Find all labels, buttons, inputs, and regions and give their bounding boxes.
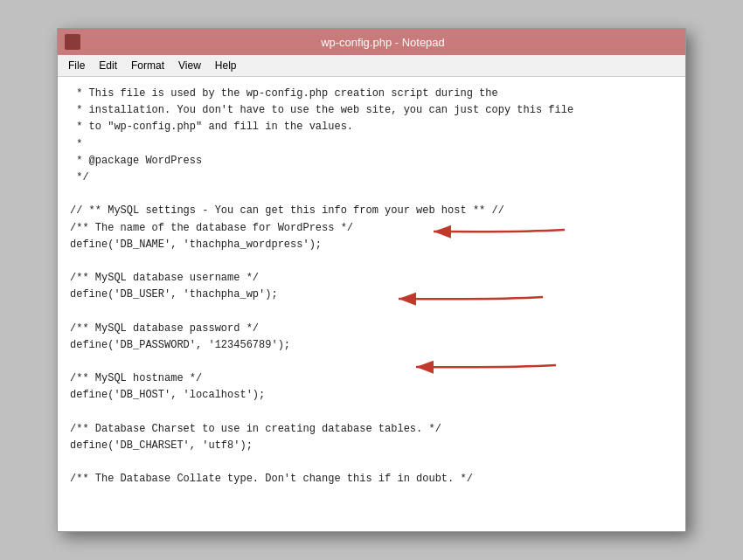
code-line-4: * @package WordPress (70, 153, 673, 169)
window-title: wp-config.php - Notepad (87, 36, 678, 49)
code-line-6 (70, 186, 673, 203)
code-line-21: define('DB_CHARSET', 'utf8'); (70, 438, 673, 454)
menu-view[interactable]: View (171, 57, 208, 74)
code-line-19 (70, 404, 673, 421)
code-line-5: */ (70, 169, 673, 186)
menu-format[interactable]: Format (124, 57, 171, 74)
code-line-14: /** MySQL database password */ (70, 321, 673, 337)
code-line-2: * to "wp-config.php" and fill in the val… (70, 119, 673, 135)
window-wrapper: wp-config.php - Notepad File Edit Format… (57, 28, 686, 532)
code-line-16 (70, 354, 673, 370)
code-line-1: * installation. You don't have to use th… (70, 102, 673, 119)
code-line-10 (70, 253, 673, 270)
menu-edit[interactable]: Edit (92, 57, 124, 74)
menu-file[interactable]: File (61, 57, 92, 74)
code-line-0: * This file is used by the wp-config.php… (70, 86, 673, 102)
notepad-window: wp-config.php - Notepad File Edit Format… (57, 28, 686, 532)
code-line-9: define('DB_NAME', 'thachpha_wordpress'); (70, 237, 673, 253)
app-icon (65, 34, 80, 50)
menu-bar: File Edit Format View Help (58, 55, 685, 77)
code-line-12: define('DB_USER', 'thachpha_wp'); (70, 287, 673, 303)
code-line-8: /** The name of the database for WordPre… (70, 220, 673, 237)
code-line-7: // ** MySQL settings - You can get this … (70, 203, 673, 219)
code-line-17: /** MySQL hostname */ (70, 370, 673, 387)
code-line-22 (70, 454, 673, 471)
code-line-15: define('DB_PASSWORD', '123456789'); (70, 337, 673, 354)
code-line-3: * (70, 136, 673, 153)
code-line-11: /** MySQL database username */ (70, 270, 673, 287)
title-bar: wp-config.php - Notepad (58, 29, 685, 55)
code-line-20: /** Database Charset to use in creating … (70, 421, 673, 438)
code-line-13 (70, 303, 673, 320)
code-line-23: /** The Database Collate type. Don't cha… (70, 471, 673, 487)
menu-help[interactable]: Help (208, 57, 244, 74)
editor-area[interactable]: * This file is used by the wp-config.php… (58, 77, 685, 531)
code-line-18: define('DB_HOST', 'localhost'); (70, 387, 673, 404)
